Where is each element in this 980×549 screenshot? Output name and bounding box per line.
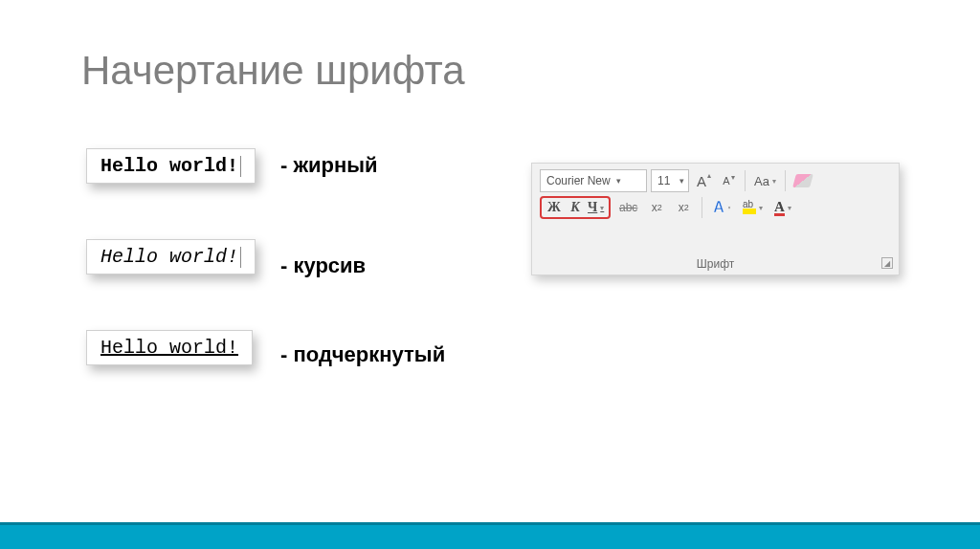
superscript-2: 2 xyxy=(684,203,689,212)
text-cursor xyxy=(240,247,241,268)
sample-underline-box: Hello world! xyxy=(86,330,253,365)
slide-title: Начертание шрифта xyxy=(81,48,465,94)
chevron-down-icon: ▾ xyxy=(616,176,621,186)
font-name-combo[interactable]: Courier New ▾ xyxy=(540,169,647,192)
ribbon-font-group: Courier New ▾ 11 ▾ A A Aa▾ Ж К Ч▾ abc x2 xyxy=(531,163,900,275)
label-underline: - подчеркнутый xyxy=(280,342,445,367)
font-color-button[interactable]: A▾ xyxy=(771,196,794,219)
font-color-A: A xyxy=(774,200,785,216)
subscript-button[interactable]: x2 xyxy=(646,196,667,219)
separator xyxy=(702,197,702,218)
ribbon-row-top: Courier New ▾ 11 ▾ A A Aa▾ xyxy=(532,164,899,194)
font-size-combo[interactable]: 11 ▾ xyxy=(651,169,689,192)
chevron-down-icon: ▾ xyxy=(679,176,684,186)
chevron-down-icon: ▾ xyxy=(788,204,791,212)
footer-bar xyxy=(0,522,980,549)
highlight-button[interactable]: ▾ xyxy=(740,196,766,219)
shrink-font-button[interactable]: A xyxy=(718,169,739,192)
text-cursor xyxy=(240,156,241,177)
subscript-2: 2 xyxy=(657,203,662,212)
separator xyxy=(745,170,746,191)
chevron-down-icon: ▾ xyxy=(600,204,604,212)
sample-italic-box: Hello world! xyxy=(86,239,256,274)
bold-button[interactable]: Ж xyxy=(546,200,563,215)
underline-button-label: Ч xyxy=(588,200,597,215)
superscript-button[interactable]: x2 xyxy=(673,196,694,219)
change-case-label: Aa xyxy=(754,174,769,188)
dialog-launcher-icon[interactable]: ◢ xyxy=(881,257,893,269)
separator xyxy=(785,170,786,191)
clear-formatting-button[interactable] xyxy=(791,169,814,192)
font-size-value: 11 xyxy=(657,174,670,187)
sample-underline-text: Hello world! xyxy=(100,337,238,359)
ribbon-row-bottom: Ж К Ч▾ abc x2 x2 A▾ ▾ A▾ xyxy=(532,194,899,223)
underline-button[interactable]: Ч▾ xyxy=(588,200,605,215)
highlighter-icon xyxy=(743,201,756,214)
eraser-icon xyxy=(792,174,813,187)
grow-font-button[interactable]: A xyxy=(693,169,714,192)
bold-italic-underline-highlight: Ж К Ч▾ xyxy=(540,196,611,219)
sample-bold-text: Hello world! xyxy=(100,155,238,177)
chevron-down-icon: ▾ xyxy=(772,177,776,186)
text-effects-button[interactable]: A▾ xyxy=(710,196,734,219)
text-effects-A: A xyxy=(713,199,724,216)
change-case-button[interactable]: Aa▾ xyxy=(751,169,779,192)
sample-bold-box: Hello world! xyxy=(86,148,256,184)
label-bold: - жирный xyxy=(280,153,378,178)
strikethrough-button[interactable]: abc xyxy=(616,196,640,219)
font-name-value: Courier New xyxy=(546,174,611,187)
italic-button[interactable]: К xyxy=(567,200,584,215)
chevron-down-icon: ▾ xyxy=(759,204,763,212)
chevron-down-icon: ▾ xyxy=(727,204,731,212)
ribbon-group-label: Шрифт xyxy=(532,257,899,271)
label-italic: - курсив xyxy=(280,253,366,278)
sample-italic-text: Hello world! xyxy=(100,246,238,268)
